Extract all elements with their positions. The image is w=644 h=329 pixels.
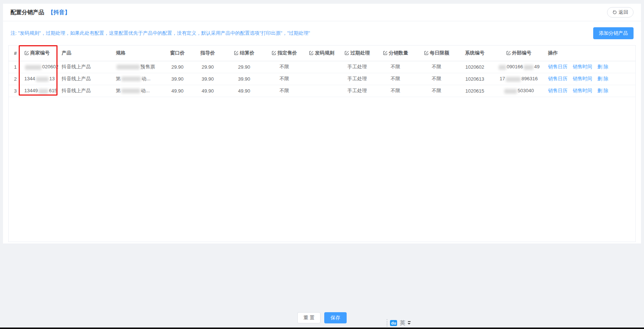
table-row: 2134413抖音线上产品第动...39.9039.9039.90不限手工处理不… <box>9 73 635 85</box>
cell-code-rule <box>305 61 338 73</box>
card-header: 配置分销产品【抖音】 返回 <box>3 4 641 21</box>
redacted-blur <box>25 65 41 70</box>
ime-baidu-icon[interactable]: du <box>390 320 397 326</box>
cell-distribution-qty: 不限 <box>376 73 415 85</box>
taskbar-edge <box>0 328 644 329</box>
col-header-guide-price: 指导价 <box>191 46 225 61</box>
cell-window-price: 39.90 <box>164 73 191 85</box>
cell-daily-limit: 不限 <box>415 85 458 97</box>
products-table: #商家编号产品规格窗口价指导价结算价指定售价发码规则过期处理分销数量每日限额系统… <box>9 46 635 97</box>
cell-spec: 第动... <box>114 73 164 85</box>
cell-expire-handling: 手工处理 <box>338 85 376 97</box>
sales-time-link[interactable]: 销售时间 <box>573 64 592 69</box>
ime-drag-handle[interactable] <box>387 319 387 326</box>
sales-calendar-link[interactable]: 销售日历 <box>548 64 567 69</box>
save-button[interactable]: 保存 <box>324 312 347 323</box>
cell-fixed-price: 不限 <box>264 73 305 85</box>
ime-language-indicator[interactable]: 英 <box>400 320 405 326</box>
reset-button[interactable]: 重 置 <box>297 312 321 323</box>
sales-time-link[interactable]: 销售时间 <box>573 76 592 81</box>
cell-actions: 销售日历销售时间删 除 <box>546 73 635 85</box>
col-header-distribution-qty: 分销数量 <box>376 46 415 61</box>
cell-guide-price: 39.90 <box>191 73 225 85</box>
page-title-text: 配置分销产品 <box>10 9 44 15</box>
table-row: 313449615抖音线上产品第动...49.9049.9049.90不限手工处… <box>9 85 635 97</box>
cell-spec: 预售票 <box>114 61 164 73</box>
page-title: 配置分销产品【抖音】 <box>10 9 70 16</box>
back-button[interactable]: 返回 <box>607 7 634 18</box>
redacted-blur <box>121 77 141 81</box>
sales-time-link[interactable]: 销售时间 <box>573 88 592 93</box>
cell-merchant-no: 134413 <box>22 73 59 85</box>
cell-expire-handling: 手工处理 <box>338 61 376 73</box>
cell-code-rule <box>305 73 338 85</box>
back-button-label: 返回 <box>619 9 628 16</box>
table-row: 1020602抖音线上产品预售票29.9029.9029.90不限手工处理不限不… <box>9 61 635 73</box>
cell-spec: 第动... <box>114 85 164 97</box>
ime-toolbar: du 英 <box>387 319 411 326</box>
cell-expire-handling: 手工处理 <box>338 73 376 85</box>
config-note: 注: "发码规则"，过期处理，如果此处有配置，这里配置优先于产品中的配置，没有定… <box>10 30 310 37</box>
sales-calendar-link[interactable]: 销售日历 <box>548 76 567 81</box>
edit-icon <box>234 50 239 56</box>
delete-link[interactable]: 删 除 <box>597 88 609 93</box>
cell-merchant-no: 13449615 <box>22 85 59 97</box>
col-header-spec: 规格 <box>114 46 164 61</box>
footer-actions: 重 置 保存 <box>0 312 644 323</box>
add-distribution-product-button[interactable]: 添加分销产品 <box>593 27 634 39</box>
cell-code-rule <box>305 85 338 97</box>
edit-icon <box>344 50 349 56</box>
col-header-expire-handling: 过期处理 <box>338 46 376 61</box>
edit-icon <box>24 50 29 56</box>
redacted-blur <box>506 77 521 82</box>
cell-guide-price: 29.90 <box>191 61 225 73</box>
sales-calendar-link[interactable]: 销售日历 <box>548 88 567 93</box>
cell-external-no: 09016649 <box>492 61 546 73</box>
cell-guide-price: 49.90 <box>191 85 225 97</box>
redacted-blur <box>524 65 533 70</box>
cell-row-index: 3 <box>9 85 22 97</box>
col-header-external-no: 外部编号 <box>492 46 546 61</box>
cell-external-no: 17896316 <box>492 73 546 85</box>
cell-window-price: 49.90 <box>164 85 191 97</box>
col-header-fixed-price: 指定售价 <box>264 46 305 61</box>
edit-icon <box>506 50 511 56</box>
cell-merchant-no: 020602 <box>22 61 59 73</box>
cell-system-no: 1020615 <box>458 85 492 97</box>
cell-distribution-qty: 不限 <box>376 61 415 73</box>
cell-window-price: 29.90 <box>164 61 191 73</box>
cell-product: 抖音线上产品 <box>59 85 114 97</box>
edit-icon <box>424 50 429 56</box>
col-header-system-no: 系统编号 <box>458 46 492 61</box>
col-header-merchant-no: 商家编号 <box>22 46 59 61</box>
cell-daily-limit: 不限 <box>415 73 458 85</box>
edit-icon <box>309 50 314 56</box>
redacted-blur <box>117 65 140 69</box>
col-header-window-price: 窗口价 <box>164 46 191 61</box>
products-table-container: #商家编号产品规格窗口价指导价结算价指定售价发码规则过期处理分销数量每日限额系统… <box>8 45 636 242</box>
main-card: 配置分销产品【抖音】 返回 注: "发码规则"，过期处理，如果此处有配置，这里配… <box>3 4 641 243</box>
cell-actions: 销售日历销售时间删 除 <box>546 85 635 97</box>
back-arrow-icon <box>612 10 617 15</box>
cell-actions: 销售日历销售时间删 除 <box>546 61 635 73</box>
delete-link[interactable]: 删 除 <box>597 64 609 69</box>
redacted-blur <box>499 65 506 70</box>
table-header-row: #商家编号产品规格窗口价指导价结算价指定售价发码规则过期处理分销数量每日限额系统… <box>9 46 635 61</box>
ime-menu-icon[interactable] <box>408 321 411 325</box>
col-header-code-rule: 发码规则 <box>305 46 338 61</box>
redacted-blur <box>38 89 48 94</box>
delete-link[interactable]: 删 除 <box>597 76 609 81</box>
cell-daily-limit: 不限 <box>415 61 458 73</box>
cell-system-no: 1020613 <box>458 73 492 85</box>
cell-external-no: 503040 <box>492 85 546 97</box>
cell-fixed-price: 不限 <box>264 85 305 97</box>
redacted-blur <box>121 89 140 93</box>
cell-distribution-qty: 不限 <box>376 85 415 97</box>
platform-tag: 【抖音】 <box>48 9 70 15</box>
note-row: 注: "发码规则"，过期处理，如果此处有配置，这里配置优先于产品中的配置，没有定… <box>3 21 641 45</box>
col-header-daily-limit: 每日限额 <box>415 46 458 61</box>
cell-row-index: 1 <box>9 61 22 73</box>
cell-settlement-price: 39.90 <box>225 73 264 85</box>
col-header-product: 产品 <box>59 46 114 61</box>
cell-product: 抖音线上产品 <box>59 61 114 73</box>
